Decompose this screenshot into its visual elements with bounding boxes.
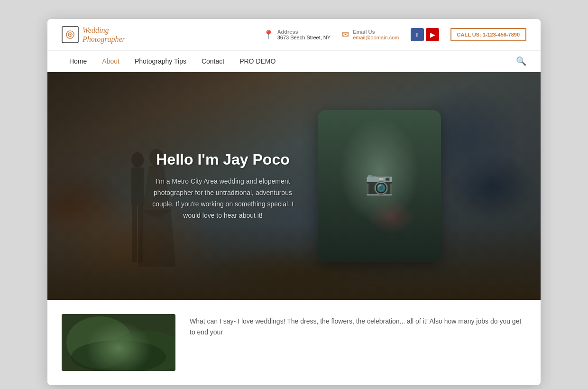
svg-point-18	[371, 189, 388, 206]
below-photo-svg	[62, 314, 175, 371]
hero-section: Hello I'm Jay Poco I'm a Metro City Area…	[47, 72, 541, 300]
location-icon: 📍	[263, 29, 274, 40]
svg-rect-25	[62, 314, 175, 371]
svg-rect-9	[318, 110, 441, 262]
hero-portrait	[318, 110, 441, 262]
svg-point-11	[318, 148, 370, 262]
svg-point-22	[390, 189, 402, 197]
facebook-button[interactable]: f	[411, 28, 424, 41]
nav-photography-tips[interactable]: Photography Tips	[127, 51, 194, 72]
nav-links: Home About Photography Tips Contact PRO …	[62, 51, 516, 72]
svg-point-27	[109, 331, 175, 371]
browser-window: Wedding Photographer 📍 Address 3673 Beec…	[47, 19, 541, 385]
hero-content: Hello I'm Jay Poco I'm a Metro City Area…	[47, 72, 541, 300]
svg-point-19	[374, 192, 385, 204]
svg-point-12	[384, 129, 441, 262]
email-label: Email Us	[353, 29, 399, 35]
logo[interactable]: Wedding Photographer	[62, 26, 125, 44]
address-label: Address	[277, 29, 331, 35]
nav-pro-demo[interactable]: PRO DEMO	[232, 51, 283, 72]
svg-point-20	[377, 195, 382, 201]
site-nav: Home About Photography Tips Contact PRO …	[47, 51, 541, 72]
search-icon[interactable]: 🔍	[516, 56, 526, 66]
nav-contact[interactable]: Contact	[194, 51, 232, 72]
hero-subtitle: I'm a Metro City Area wedding and elopem…	[147, 176, 299, 221]
svg-point-14	[358, 153, 401, 200]
address-info: 📍 Address 3673 Beech Street, NY	[263, 29, 331, 40]
logo-text: Wedding Photographer	[83, 26, 125, 44]
site-header: Wedding Photographer 📍 Address 3673 Beec…	[47, 19, 541, 51]
camera-logo-icon	[62, 26, 79, 43]
svg-point-10	[332, 120, 427, 195]
email-icon: ✉	[342, 29, 349, 40]
header-info: 📍 Address 3673 Beech Street, NY ✉ Email …	[263, 28, 526, 41]
svg-rect-23	[346, 195, 365, 205]
hero-text-block: Hello I'm Jay Poco I'm a Metro City Area…	[147, 151, 299, 221]
photographer-portrait-svg	[318, 110, 441, 262]
svg-point-21	[357, 189, 368, 197]
nav-about[interactable]: About	[94, 51, 127, 72]
address-value: 3673 Beech Street, NY	[277, 35, 331, 40]
below-fold-photo	[62, 314, 175, 371]
svg-point-15	[356, 150, 403, 165]
email-info: ✉ Email Us email@domain.com	[342, 29, 399, 40]
nav-home[interactable]: Home	[62, 51, 94, 72]
svg-point-26	[66, 316, 133, 369]
call-button[interactable]: CALL US: 1-123-456-7890	[450, 28, 526, 41]
svg-rect-17	[363, 188, 396, 212]
email-value: email@domain.com	[353, 35, 399, 40]
hero-title: Hello I'm Jay Poco	[147, 151, 299, 168]
youtube-button[interactable]: ▶	[426, 28, 439, 41]
svg-point-3	[70, 34, 71, 36]
svg-rect-24	[394, 195, 413, 205]
social-icons: f ▶	[411, 28, 439, 41]
below-fold-paragraph: What can I say- I love weddings! The dre…	[190, 316, 526, 337]
below-fold: What can I say- I love weddings! The dre…	[47, 300, 541, 385]
svg-rect-16	[358, 150, 401, 165]
below-fold-text: What can I say- I love weddings! The dre…	[190, 314, 526, 337]
svg-rect-13	[351, 186, 408, 262]
svg-point-28	[71, 340, 166, 371]
